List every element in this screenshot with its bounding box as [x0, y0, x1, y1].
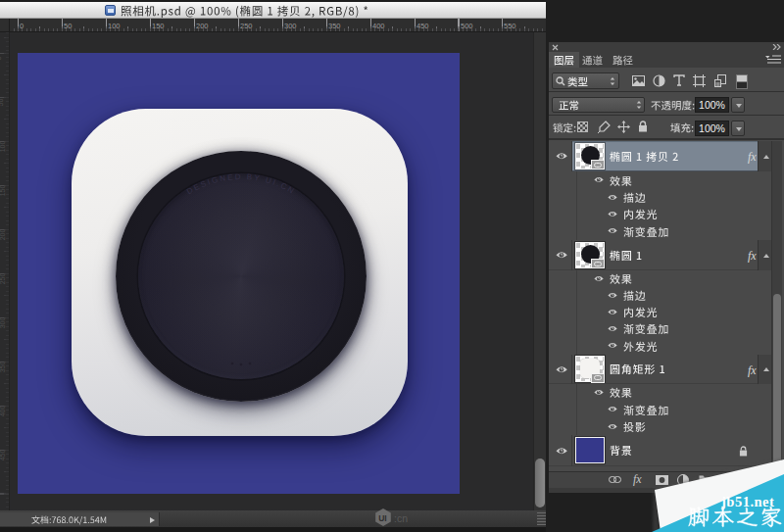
svg-text:DESIGNED BY UI.CN: DESIGNED BY UI.CN — [185, 171, 297, 195]
svg-text::cn: :cn — [394, 512, 408, 524]
svg-text:UI: UI — [378, 513, 387, 523]
